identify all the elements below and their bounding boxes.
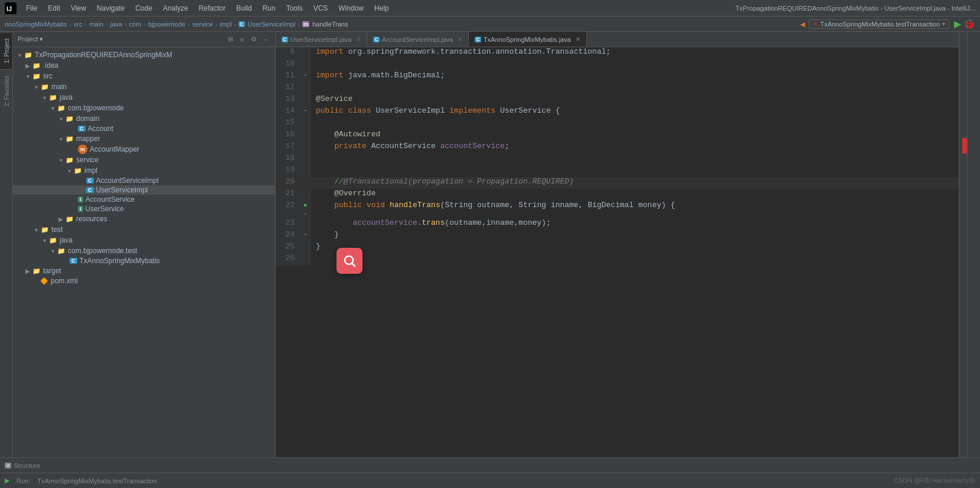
tree-pom[interactable]: ▶ 🔶 pom.xml [13, 276, 275, 286]
tree-accountmapper[interactable]: ▶ m AccountMapper [13, 144, 275, 155]
code-content-12[interactable] [311, 83, 959, 94]
tree-test-pkg[interactable]: ▾ 📁 com.bjpowernode.test [13, 245, 275, 256]
tree-idea[interactable]: ▶ 📁 .idea [13, 60, 275, 71]
editor-scrollbar[interactable] [959, 32, 967, 457]
run-config-close-icon: ✕ [813, 21, 818, 27]
sidebar-settings-icon[interactable]: ⚙ [249, 35, 259, 44]
breadcrumb-item-bjpowernode[interactable]: bjpowernode [148, 21, 185, 28]
tree-resources[interactable]: ▶ 📁 resources [13, 214, 275, 224]
breadcrumb-item-userserviceimpl[interactable]: UserServiceImpl [248, 21, 296, 28]
tree-test[interactable]: ▾ 📁 test [13, 224, 275, 235]
code-content-13[interactable]: @Service [311, 94, 959, 106]
menu-vcs[interactable]: VCS [309, 3, 333, 14]
project-tab[interactable]: 1: Project [0, 32, 12, 69]
tree-userservice[interactable]: ▶ I UserService [13, 204, 275, 214]
menu-refactor[interactable]: Refactor [194, 3, 230, 14]
debug-button[interactable]: 🐞 [963, 18, 975, 30]
sidebar-gear-icon[interactable]: ≡ [237, 35, 247, 44]
tree-com-bjpowernode[interactable]: ▾ 📁 com.bjpowernode [13, 103, 275, 113]
menu-build[interactable]: Build [231, 3, 257, 14]
code-content-23[interactable]: accountService.trans(outname,inname,mone… [311, 218, 959, 230]
fold-22[interactable]: − [303, 211, 307, 218]
fold-11[interactable]: − [303, 73, 307, 79]
tree-label-asi: AccountServiceImpl [96, 176, 159, 185]
breadcrumb-item-main[interactable]: main [89, 21, 103, 28]
tree-root[interactable]: ▾ 📁 TxPropagationREQUIREDAnnoSpringMixM [13, 50, 275, 60]
tree-target[interactable]: ▶ 📁 target [13, 266, 275, 276]
code-content-17[interactable]: private AccountService accountService; [311, 142, 959, 153]
impl-folder-icon: 📁 [73, 166, 83, 175]
sidebar-minimize-icon[interactable]: − [261, 35, 270, 44]
tab-label-2: AccountServiceImpl.java [382, 36, 453, 43]
code-scroll-area[interactable]: 9 import org.springframework.transaction… [276, 47, 959, 457]
tab-userserviceimpl[interactable]: C UserServiceImpl.java ✕ [276, 32, 367, 47]
breadcrumb-item-impl[interactable]: impl [220, 21, 231, 28]
run-config-selector[interactable]: ✕ TxAnnoSpringMixMybatis.testTransaction… [809, 19, 949, 29]
structure-tab-btn[interactable]: ≡ Structure [5, 462, 40, 469]
menu-view[interactable]: View [66, 3, 91, 14]
tree-impl[interactable]: ▾ 📁 impl [13, 165, 275, 176]
favorites-tab[interactable]: 2: Favorites [0, 69, 12, 112]
tree-account[interactable]: ▶ C Account [13, 124, 275, 133]
code-content-11[interactable]: import java.math.BigDecimal; [311, 71, 959, 83]
menu-window[interactable]: Window [334, 3, 368, 14]
code-content-10[interactable] [311, 59, 959, 71]
breadcrumb-item-src[interactable]: src [74, 21, 83, 28]
menu-code[interactable]: Code [130, 3, 157, 14]
menu-help[interactable]: Help [370, 3, 394, 14]
search-popup-button[interactable] [337, 248, 362, 274]
tab-close-1[interactable]: ✕ [356, 36, 361, 42]
tab-txanno[interactable]: C TxAnnoSpringMixMybatis.java ✕ [469, 32, 586, 47]
code-content-22[interactable]: public void handleTrans(String outname, … [311, 201, 959, 218]
breadcrumb-item-java[interactable]: java [110, 21, 122, 28]
code-content-24[interactable]: } [311, 230, 959, 242]
breadcrumb-item-project[interactable]: nnoSpringMixMybatis [5, 21, 67, 28]
tree-label-java: java [60, 93, 73, 101]
tab-close-3[interactable]: ✕ [576, 36, 580, 42]
tree-mapper[interactable]: ▾ 📁 mapper [13, 133, 275, 144]
tree-main[interactable]: ▾ 📁 main [13, 81, 275, 92]
code-content-18[interactable] [311, 153, 959, 165]
fold-24[interactable]: − [303, 232, 307, 238]
tree-test-java[interactable]: ▾ 📁 java [13, 235, 275, 245]
tree-label-accountmapper: AccountMapper [90, 145, 139, 153]
tree-label-resources: resources [76, 215, 107, 223]
code-content-21[interactable]: @Override [311, 189, 959, 201]
code-content-14[interactable]: public class UserServiceImpl implements … [311, 106, 959, 118]
tree-accountserviceimpl[interactable]: ▶ C AccountServiceImpl [13, 176, 275, 185]
tree-arrow-root: ▾ [15, 52, 24, 58]
code-content-9[interactable]: import org.springframework.transaction.a… [311, 47, 959, 59]
code-content-15[interactable] [311, 118, 959, 130]
tree-accountservice[interactable]: ▶ I AccountService [13, 195, 275, 204]
code-content-19[interactable] [311, 165, 959, 177]
line-num-17: 17 [276, 142, 299, 153]
run-button[interactable]: ▶ [954, 18, 961, 30]
menu-tools[interactable]: Tools [282, 3, 308, 14]
nav-back-arrow[interactable]: ◄ [799, 19, 807, 29]
code-line-14: 14 − public class UserServiceImpl implem… [276, 106, 959, 118]
code-content-16[interactable]: @Autowired [311, 130, 959, 142]
fold-14[interactable]: − [303, 108, 307, 114]
target-folder-icon: 📁 [32, 266, 41, 276]
breadcrumb-item-com[interactable]: com [129, 21, 142, 28]
tree-service[interactable]: ▾ 📁 service [13, 155, 275, 165]
tree-src[interactable]: ▾ 📁 src [13, 71, 275, 81]
sidebar-layout-icon[interactable]: ⊞ [226, 35, 235, 44]
tab-close-2[interactable]: ✕ [458, 36, 462, 42]
menu-edit[interactable]: Edit [43, 3, 65, 14]
code-content-25[interactable]: } [311, 242, 959, 254]
code-content-26[interactable] [311, 254, 959, 266]
tree-domain[interactable]: ▾ 📁 domain [13, 113, 275, 124]
code-content-20[interactable]: //@Transactional(propagation = Propagati… [311, 177, 959, 189]
tree-userserviceimpl[interactable]: ▶ C UserServiceImpl [13, 185, 275, 195]
tree-java[interactable]: ▾ 📁 java [13, 92, 275, 103]
menu-analyze[interactable]: Analyze [158, 3, 193, 14]
tab-accountserviceimpl[interactable]: C AccountServiceImpl.java ✕ [367, 32, 469, 47]
breadcrumb-item-handletrans[interactable]: handleTrans [312, 21, 348, 28]
breadcrumb-item-service[interactable]: service [192, 21, 213, 28]
menu-file[interactable]: File [21, 3, 42, 14]
menu-run[interactable]: Run [258, 3, 280, 14]
menu-navigate[interactable]: Navigate [92, 3, 129, 14]
tree-txanno[interactable]: ▶ C TxAnnoSpringMixMybatis [13, 256, 275, 266]
main-folder-icon: 📁 [40, 82, 50, 91]
